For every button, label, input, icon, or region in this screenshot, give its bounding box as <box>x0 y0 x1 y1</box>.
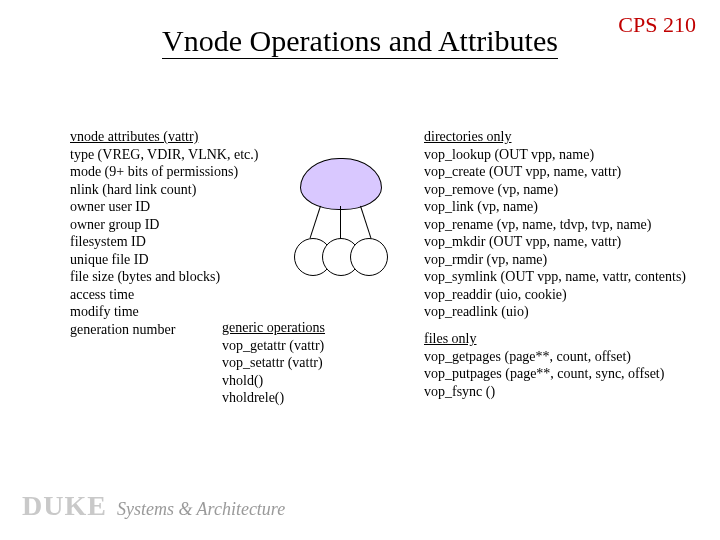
list-item: nlink (hard link count) <box>70 181 300 199</box>
list-item: vop_fsync () <box>424 383 704 401</box>
vnode-attributes-header: vnode attributes (vattr) <box>70 128 300 146</box>
list-item: vop_symlink (OUT vpp, name, vattr, conte… <box>424 268 704 286</box>
connector-line <box>310 206 321 239</box>
list-item: vop_readdir (uio, cookie) <box>424 286 704 304</box>
page-title-text: Vnode Operations and Attributes <box>162 24 558 59</box>
files-only-block: files only vop_getpages (page**, count, … <box>424 330 704 400</box>
list-item: mode (9+ bits of permissions) <box>70 163 300 181</box>
list-item: vop_lookup (OUT vpp, name) <box>424 146 704 164</box>
list-item: vop_putpages (page**, count, sync, offse… <box>424 365 704 383</box>
generic-operations-block: generic operations vop_getattr (vattr) v… <box>222 319 392 407</box>
generic-operations-header: generic operations <box>222 319 392 337</box>
list-item: vop_getattr (vattr) <box>222 337 392 355</box>
list-item: vop_link (vp, name) <box>424 198 704 216</box>
list-item: vop_rmdir (vp, name) <box>424 251 704 269</box>
list-item: vop_rename (vp, name, tdvp, tvp, name) <box>424 216 704 234</box>
list-item: vop_create (OUT vpp, name, vattr) <box>424 163 704 181</box>
list-item: owner user ID <box>70 198 300 216</box>
vnode-tree-diagram <box>280 158 400 298</box>
footer: DUKE Systems & Architecture <box>22 490 285 522</box>
list-item: vop_remove (vp, name) <box>424 181 704 199</box>
list-item: unique file ID <box>70 251 300 269</box>
files-only-header: files only <box>424 330 704 348</box>
list-item: vhold() <box>222 372 392 390</box>
directories-only-header: directories only <box>424 128 704 146</box>
list-item: owner group ID <box>70 216 300 234</box>
list-item: file size (bytes and blocks) <box>70 268 300 286</box>
connector-line <box>360 206 371 239</box>
list-item: vop_mkdir (OUT vpp, name, vattr) <box>424 233 704 251</box>
list-item: vop_readlink (uio) <box>424 303 704 321</box>
directories-only-block: directories only vop_lookup (OUT vpp, na… <box>424 128 704 321</box>
list-item: vop_setattr (vattr) <box>222 354 392 372</box>
list-item: access time <box>70 286 300 304</box>
connector-line <box>340 206 341 240</box>
duke-logo-text: DUKE <box>22 490 107 522</box>
list-item: modify time <box>70 303 300 321</box>
vnode-attributes-block: vnode attributes (vattr) type (VREG, VDI… <box>70 128 300 338</box>
list-item: type (VREG, VDIR, VLNK, etc.) <box>70 146 300 164</box>
list-item: filesystem ID <box>70 233 300 251</box>
list-item: vholdrele() <box>222 389 392 407</box>
blob-icon <box>300 158 382 210</box>
node-circle-icon <box>350 238 388 276</box>
list-item: vop_getpages (page**, count, offset) <box>424 348 704 366</box>
footer-subtitle: Systems & Architecture <box>117 499 285 520</box>
page-title: Vnode Operations and Attributes <box>0 24 720 58</box>
